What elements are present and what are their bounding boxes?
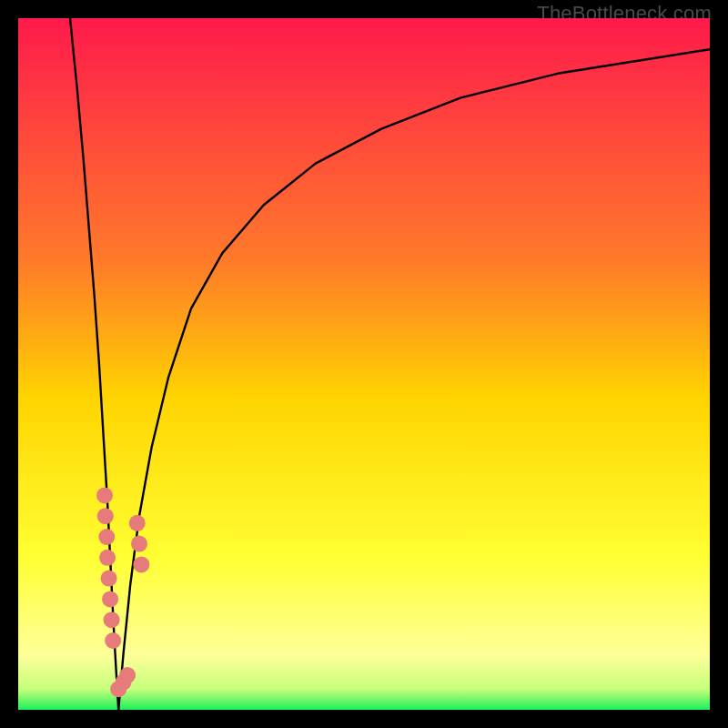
marker-point <box>96 487 113 503</box>
chart-frame: TheBottleneck.com <box>0 0 728 728</box>
marker-point <box>102 591 118 607</box>
marker-point <box>99 550 116 566</box>
marker-point <box>133 556 149 572</box>
plot-area <box>18 18 710 710</box>
marker-point <box>129 515 146 531</box>
marker-point <box>119 667 136 683</box>
marker-point <box>104 612 120 628</box>
marker-point <box>98 529 115 545</box>
marker-point <box>101 571 117 587</box>
marker-point <box>131 536 147 552</box>
marker-point <box>97 508 114 524</box>
marker-point <box>105 632 121 649</box>
chart-svg <box>18 18 710 710</box>
gradient-background <box>18 18 710 710</box>
